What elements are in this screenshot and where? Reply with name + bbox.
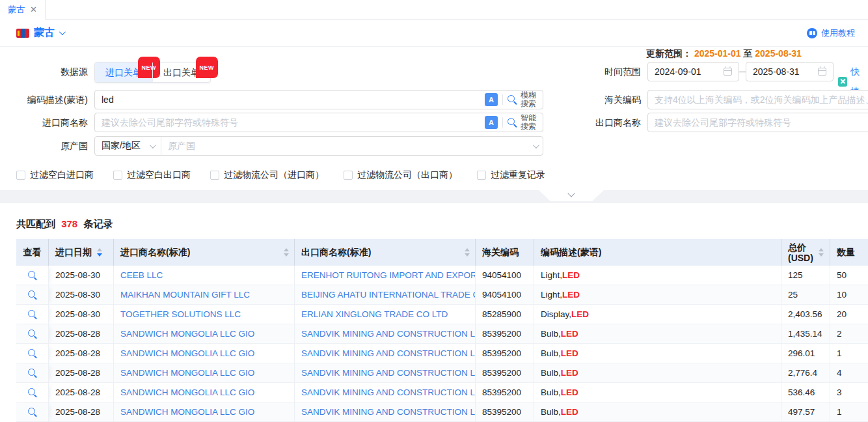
exporter-link[interactable]: SANDVIK MINING AND CONSTRUCTION L... — [301, 387, 476, 397]
importer-link[interactable]: SANDWICH MONGOLIA LLC GIO — [120, 348, 254, 358]
checkbox-label: 过滤空白进口商 — [30, 169, 94, 181]
hs-code-cell: 85285900 — [476, 305, 534, 324]
importer-link[interactable]: SANDWICH MONGOLIA LLC GIO — [120, 387, 254, 397]
translate-icon[interactable] — [485, 116, 498, 129]
desc-cell: Bulb, LED — [534, 383, 781, 402]
tab-export-declarations[interactable]: 出口关单 NEW — [152, 63, 210, 82]
exporter-link[interactable]: SANDVIK MINING AND CONSTRUCTION L... — [301, 329, 476, 339]
desc-highlight: LED — [562, 290, 580, 300]
sort-icon[interactable] — [819, 248, 824, 257]
code-desc-field: 模糊搜索 — [94, 90, 543, 109]
sort-icon[interactable] — [284, 248, 289, 257]
checkbox-label: 过滤物流公司（出口商） — [357, 169, 457, 181]
column-header-importer[interactable]: 进口商名称(标准) — [114, 239, 295, 266]
translate-icon[interactable] — [485, 93, 498, 106]
desc-cell: Light, LED — [534, 285, 781, 305]
search-icon[interactable] — [508, 118, 517, 128]
date-cell: 2025-08-28 — [49, 344, 114, 363]
checkbox-blank-importer[interactable]: 过滤空白进口商 — [16, 169, 94, 181]
desc-highlight: LED — [561, 329, 578, 339]
code-desc-input[interactable] — [95, 91, 485, 108]
column-header-date[interactable]: 进口日期 — [49, 239, 114, 266]
table-row: 2025-08-30 TOGETHER SOLUTIONS LLC ERLIAN… — [16, 305, 868, 324]
country-selector[interactable]: 蒙古 — [16, 26, 64, 40]
qty-cell: 3 — [830, 383, 868, 402]
column-header-desc: 编码描述(蒙语) — [534, 239, 781, 266]
tab-import-declarations[interactable]: 进口关单 NEW — [95, 63, 152, 82]
table-row: 2025-08-30 CEEB LLC ERENHOT RUITONG IMPO… — [16, 266, 868, 285]
desc-highlight: LED — [571, 309, 589, 319]
hs-code-cell: 94054100 — [476, 266, 534, 285]
exporter-name-label: 出口商名称 — [588, 113, 641, 132]
column-label: 进口日期 — [55, 247, 92, 259]
desc-text: Display, — [541, 309, 571, 319]
importer-name-field: 智能搜索 — [94, 113, 543, 132]
hs-code-cell: 85395200 — [476, 344, 534, 363]
importer-name-input[interactable] — [95, 114, 485, 131]
column-header-exporter[interactable]: 出口商名称(标准) — [295, 239, 476, 266]
search-icon[interactable] — [508, 95, 517, 105]
checkbox-icon — [16, 171, 25, 180]
tutorial-link[interactable]: 使用教程 — [807, 27, 855, 39]
smart-search-toggle[interactable]: 智能搜索 — [521, 114, 537, 131]
tab-mongolia[interactable]: 蒙古 ✕ — [0, 0, 46, 20]
close-icon[interactable]: ✕ — [30, 5, 37, 14]
column-label: 总价 (USD) — [788, 242, 813, 263]
collapse-filters-handle[interactable] — [539, 190, 604, 201]
qty-cell: 1 — [830, 402, 868, 422]
sort-desc-icon[interactable] — [97, 248, 102, 257]
view-cell — [16, 305, 49, 324]
country-name: 蒙古 — [34, 26, 55, 40]
importer-link[interactable]: CEEB LLC — [120, 270, 163, 280]
origin-country-input[interactable] — [161, 137, 533, 154]
checkbox-logistics-exporter[interactable]: 过滤物流公司（出口商） — [344, 169, 457, 181]
view-record-icon[interactable] — [27, 309, 37, 319]
app-root: 蒙古 ✕ 蒙古 使用教程 数据源 进口关单 NEW 出口关单 NEW 编 — [0, 0, 868, 422]
checkbox-duplicate-records[interactable]: 过滤重复记录 — [477, 169, 545, 181]
view-record-icon[interactable] — [27, 290, 37, 300]
sort-icon[interactable] — [465, 248, 470, 257]
exporter-link[interactable]: SANDVIK MINING AND CONSTRUCTION L... — [301, 368, 476, 378]
update-range-end: 2025-08-31 — [755, 48, 802, 59]
importer-link[interactable]: MAIKHAN MOUNTAIN GIFT LLC — [120, 290, 250, 300]
exporter-link[interactable]: ERENHOT RUITONG IMPORT AND EXPORT ... — [301, 270, 476, 280]
view-record-icon[interactable] — [27, 387, 37, 397]
view-record-icon[interactable] — [27, 329, 37, 339]
fuzzy-search-toggle[interactable]: 模糊搜索 — [521, 91, 537, 108]
exporter-link[interactable]: SANDVIK MINING AND CONSTRUCTION L... — [301, 348, 476, 358]
column-header-total[interactable]: 总价 (USD) — [781, 239, 830, 266]
column-label: 进口商名称(标准) — [120, 247, 190, 259]
table-row: 2025-08-28 SANDWICH MONGOLIA LLC GIO SAN… — [16, 344, 868, 363]
exporter-name-input[interactable] — [648, 114, 868, 131]
total-cell: 536.46 — [781, 383, 830, 402]
exporter-link[interactable]: BEIJING AHATU INTERNATIONAL TRADE C... — [301, 290, 476, 300]
update-range-label: 更新范围： — [646, 48, 692, 59]
exporter-link[interactable]: SANDVIK MINING AND CONSTRUCTION L... — [301, 407, 476, 417]
desc-highlight: LED — [561, 407, 578, 417]
importer-link[interactable]: SANDWICH MONGOLIA LLC GIO — [120, 368, 254, 378]
importer-link[interactable]: SANDWICH MONGOLIA LLC GIO — [120, 407, 254, 417]
exporter-link[interactable]: ERLIAN XINGLONG TRADE CO LTD — [301, 309, 448, 319]
tab-export-label: 出口关单 — [163, 67, 200, 77]
qty-cell: 1 — [830, 344, 868, 363]
table-row: 2025-08-28 SANDWICH MONGOLIA LLC GIO SAN… — [16, 363, 868, 383]
start-date-input[interactable]: 2024-09-01 — [647, 62, 739, 81]
chevron-down-icon — [567, 190, 575, 197]
view-record-icon[interactable] — [27, 368, 37, 378]
view-record-icon[interactable] — [27, 270, 37, 280]
region-select[interactable]: 国家/地区 — [95, 137, 161, 155]
checkbox-logistics-importer[interactable]: 过滤物流公司（进口商） — [210, 169, 324, 181]
desc-text: Light, — [541, 270, 562, 280]
hs-code-input[interactable] — [648, 91, 868, 108]
view-record-icon[interactable] — [27, 348, 37, 358]
importer-link[interactable]: SANDWICH MONGOLIA LLC GIO — [120, 329, 254, 339]
view-cell — [16, 363, 49, 383]
date-cell: 2025-08-30 — [49, 266, 114, 285]
origin-country-label: 原产国 — [16, 136, 88, 156]
checkbox-blank-exporter[interactable]: 过滤空白出口商 — [113, 169, 191, 181]
desc-cell: Bulb, LED — [534, 344, 781, 363]
view-record-icon[interactable] — [27, 407, 37, 417]
tab-label: 蒙古 — [8, 4, 25, 16]
end-date-input[interactable]: 2025-08-31 — [746, 62, 834, 81]
importer-link[interactable]: TOGETHER SOLUTIONS LLC — [120, 309, 241, 319]
